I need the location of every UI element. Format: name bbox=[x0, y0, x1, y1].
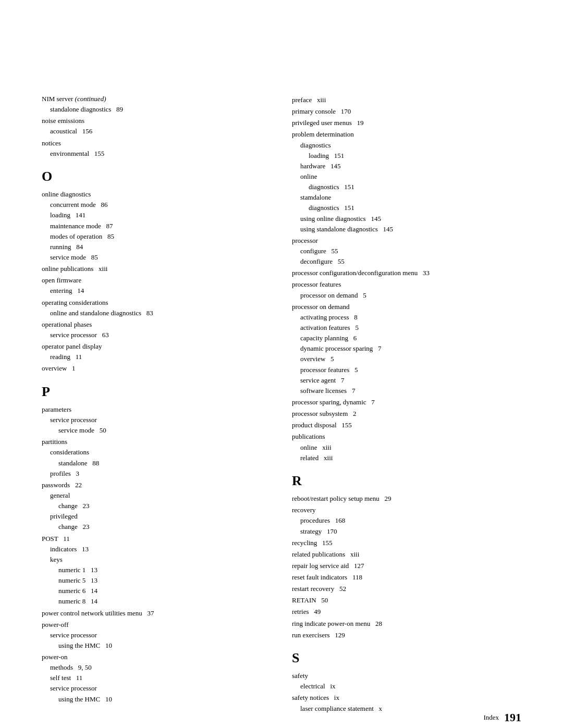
section-header-p: P bbox=[42, 381, 271, 402]
nim-server-header: NIM server (continued) bbox=[42, 95, 106, 103]
list-item: reset fault indicators 118 bbox=[292, 572, 521, 583]
footer-index-label: Index bbox=[483, 713, 499, 722]
list-item: safety bbox=[292, 671, 521, 681]
list-item: diagnostics 151 bbox=[292, 182, 521, 192]
list-item: activation features 5 bbox=[292, 323, 521, 333]
list-item: standalone 88 bbox=[42, 458, 271, 468]
list-item: POST 11 bbox=[42, 534, 271, 544]
list-item: privileged bbox=[42, 511, 271, 522]
list-item: using the HMC 10 bbox=[42, 694, 271, 705]
list-item: RETAIN 50 bbox=[292, 595, 521, 606]
list-item: product disposal 155 bbox=[292, 420, 521, 430]
list-item: diagnostics bbox=[292, 140, 521, 151]
list-item: processor features 5 bbox=[292, 365, 521, 375]
list-item: related publications xiii bbox=[292, 549, 521, 560]
section-header-s: S bbox=[292, 648, 521, 669]
list-item: service agent 7 bbox=[292, 375, 521, 386]
list-item: power control network utilities menu 37 bbox=[42, 608, 271, 619]
list-item: service processor bbox=[42, 683, 271, 694]
list-item: restart recovery 52 bbox=[292, 584, 521, 594]
list-item: online bbox=[292, 171, 521, 182]
list-item: reading 11 bbox=[42, 352, 271, 362]
list-item: operating considerations bbox=[42, 298, 271, 308]
list-item: privileged user menus 19 bbox=[292, 118, 521, 128]
list-item: overview 5 bbox=[292, 354, 521, 364]
list-item: using standalone diagnostics 145 bbox=[292, 224, 521, 235]
list-item: safety notices ix bbox=[292, 693, 521, 703]
right-column: preface xiii primary console 170 privile… bbox=[292, 94, 521, 714]
list-item: online diagnostics bbox=[42, 189, 271, 200]
list-item: procedures 168 bbox=[292, 515, 521, 526]
list-item: service processor bbox=[42, 630, 271, 640]
list-item: publications bbox=[292, 431, 521, 442]
left-column: NIM server (continued) standalone diagno… bbox=[42, 94, 271, 714]
list-item: deconfigure 55 bbox=[292, 256, 521, 267]
list-item: numeric 1 13 bbox=[42, 565, 271, 575]
list-item: processor bbox=[292, 236, 521, 246]
list-item: retries 49 bbox=[292, 607, 521, 617]
list-item: power-on bbox=[42, 652, 271, 662]
list-item: dynamic processor sparing 7 bbox=[292, 343, 521, 354]
section-header-r: R bbox=[292, 471, 521, 491]
list-item: parameters bbox=[42, 404, 271, 415]
list-item: general bbox=[42, 490, 271, 501]
list-item: entering 14 bbox=[42, 286, 271, 296]
list-item: repair log service aid 127 bbox=[292, 561, 521, 571]
list-item: numeric 5 13 bbox=[42, 575, 271, 586]
list-item: overview 1 bbox=[42, 363, 271, 374]
list-item: service processor 63 bbox=[42, 330, 271, 340]
page: NIM server (continued) standalone diagno… bbox=[0, 0, 563, 728]
list-item: numeric 6 14 bbox=[42, 586, 271, 596]
list-item: service mode 85 bbox=[42, 252, 271, 263]
list-item: maintenance mode 87 bbox=[42, 221, 271, 231]
list-item: processor on demand bbox=[292, 302, 521, 312]
list-item: electrical ix bbox=[292, 681, 521, 692]
list-item: diagnostics 151 bbox=[292, 203, 521, 213]
list-item: change 23 bbox=[42, 522, 271, 532]
list-item: processor subsystem 2 bbox=[292, 409, 521, 419]
list-item: processor features bbox=[292, 279, 521, 290]
list-item: software licenses 7 bbox=[292, 386, 521, 396]
list-item: reboot/restart policy setup menu 29 bbox=[292, 493, 521, 504]
list-item: standalone diagnostics 89 bbox=[42, 104, 271, 115]
list-item: online and standalone diagnostics 83 bbox=[42, 308, 271, 318]
list-item: activating process 8 bbox=[292, 312, 521, 323]
list-item: processor configuration/deconfiguration … bbox=[292, 268, 521, 278]
list-item: indicators 13 bbox=[42, 544, 271, 554]
list-item: passwords 22 bbox=[42, 480, 271, 490]
list-item: primary console 170 bbox=[292, 106, 521, 117]
list-item: numeric 8 14 bbox=[42, 596, 271, 607]
list-item: service mode 50 bbox=[42, 425, 271, 436]
list-item: processor on demand 5 bbox=[292, 290, 521, 301]
list-item: run exercisers 129 bbox=[292, 630, 521, 640]
footer-page-number: 191 bbox=[504, 711, 521, 724]
list-item: service processor bbox=[42, 415, 271, 425]
list-item: loading 141 bbox=[42, 210, 271, 220]
list-item: notices bbox=[42, 138, 271, 149]
list-item: problem determination bbox=[292, 129, 521, 140]
list-item: hardware 145 bbox=[292, 161, 521, 171]
list-item: methods 9, 50 bbox=[42, 662, 271, 673]
list-item: operator panel display bbox=[42, 341, 271, 352]
list-item: strategy 170 bbox=[292, 526, 521, 537]
list-item: considerations bbox=[42, 447, 271, 458]
list-item: using online diagnostics 145 bbox=[292, 214, 521, 224]
page-footer: Index 191 bbox=[0, 711, 563, 724]
list-item: recycling 155 bbox=[292, 538, 521, 548]
list-item: recovery bbox=[292, 505, 521, 515]
list-item: stamdalone bbox=[292, 192, 521, 203]
list-item: using the HMC 10 bbox=[42, 640, 271, 651]
list-item: loading 151 bbox=[292, 151, 521, 161]
nim-server-continued: (continued) bbox=[75, 95, 106, 103]
list-item: open firmware bbox=[42, 275, 271, 286]
section-header-o: O bbox=[42, 166, 271, 187]
list-item: keys bbox=[42, 554, 271, 565]
list-item: online xiii bbox=[292, 442, 521, 453]
list-item: running 84 bbox=[42, 242, 271, 252]
list-item: online publications xiii bbox=[42, 264, 271, 274]
list-item: change 23 bbox=[42, 501, 271, 511]
list-item: processor sparing, dynamic 7 bbox=[292, 397, 521, 408]
list-item: environmental 155 bbox=[42, 149, 271, 159]
list-item: partitions bbox=[42, 437, 271, 447]
content-columns: NIM server (continued) standalone diagno… bbox=[42, 94, 521, 714]
